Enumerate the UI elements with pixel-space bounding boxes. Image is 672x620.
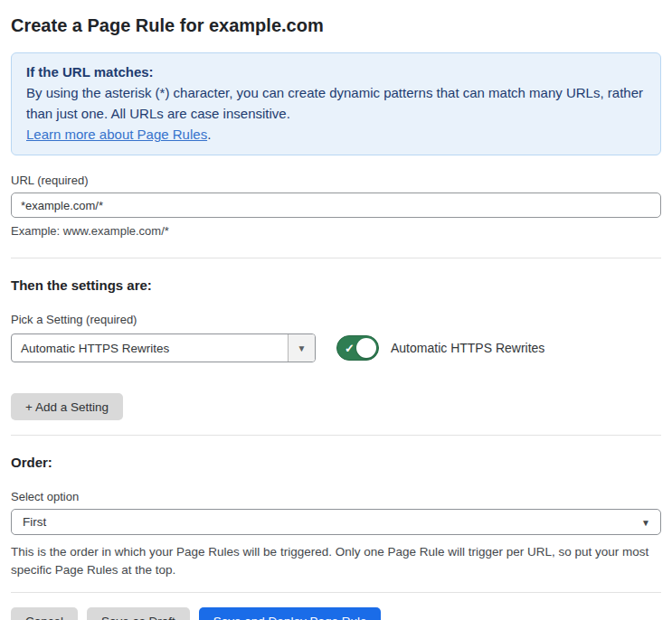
link-suffix: . (207, 127, 211, 142)
chevron-down-icon: ▼ (641, 517, 650, 527)
chevron-down-icon[interactable]: ▼ (288, 334, 315, 362)
pick-setting-label: Pick a Setting (required) (11, 313, 661, 326)
order-select[interactable]: First ▼ (11, 509, 661, 535)
page-rule-form: Create a Page Rule for example.com If th… (0, 0, 672, 620)
settings-section-heading: Then the settings are: (11, 277, 661, 293)
setting-select-value: Automatic HTTPS Rewrites (12, 334, 288, 362)
url-example-hint: Example: www.example.com/* (11, 224, 661, 238)
order-section-heading: Order: (11, 455, 661, 470)
learn-more-link[interactable]: Learn more about Page Rules (26, 127, 207, 142)
order-select-value: First (23, 515, 46, 529)
save-and-deploy-button[interactable]: Save and Deploy Page Rule (199, 607, 382, 620)
divider (11, 592, 661, 593)
add-setting-button[interactable]: + Add a Setting (11, 393, 123, 420)
info-box-body: By using the asterisk (*) character, you… (26, 82, 646, 124)
setting-toggle[interactable]: ✓ (336, 335, 379, 361)
divider (11, 258, 661, 258)
save-as-draft-button[interactable]: Save as Draft (87, 607, 190, 620)
footer-actions: Cancel Save as Draft Save and Deploy Pag… (11, 607, 661, 620)
page-title: Create a Page Rule for example.com (11, 13, 661, 38)
info-box-link-line: Learn more about Page Rules. (26, 124, 646, 145)
toggle-knob (356, 338, 376, 358)
setting-row: Automatic HTTPS Rewrites ▼ ✓ Automatic H… (11, 333, 661, 362)
toggle-label: Automatic HTTPS Rewrites (391, 341, 544, 355)
url-matches-info-box: If the URL matches: By using the asteris… (11, 52, 661, 155)
setting-select[interactable]: Automatic HTTPS Rewrites ▼ (11, 333, 316, 362)
order-help-text: This is the order in which your Page Rul… (11, 543, 661, 579)
divider (11, 435, 661, 436)
cancel-button[interactable]: Cancel (11, 607, 78, 620)
url-field-label: URL (required) (11, 174, 661, 187)
order-select-label: Select option (11, 490, 661, 503)
url-input[interactable] (11, 193, 661, 218)
check-icon: ✓ (345, 343, 355, 354)
info-box-title: If the URL matches: (26, 61, 646, 82)
